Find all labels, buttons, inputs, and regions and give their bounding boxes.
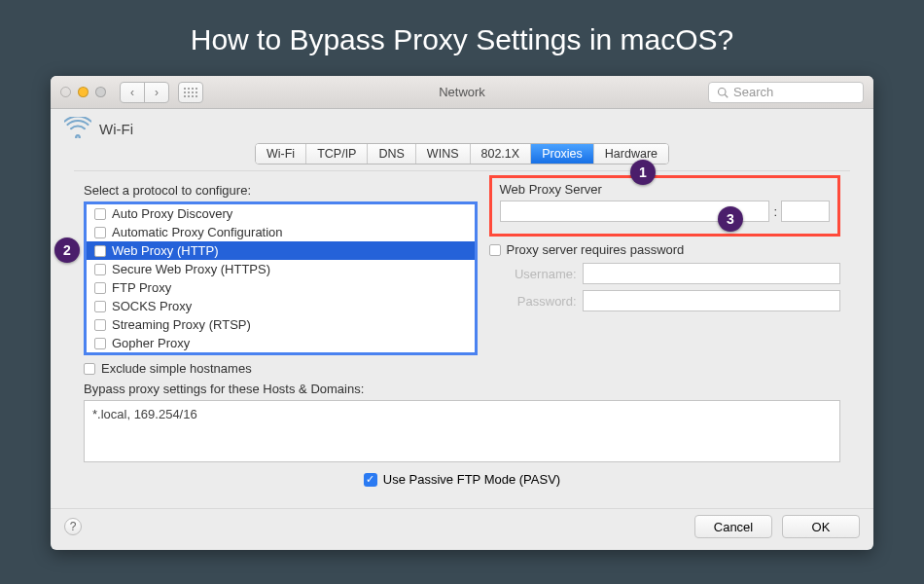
checkbox-icon[interactable] [94, 245, 106, 257]
checkbox-icon[interactable] [94, 208, 106, 220]
traffic-lights [60, 87, 106, 97]
tab-tcpip[interactable]: TCP/IP [306, 144, 368, 164]
chevron-left-icon: ‹ [130, 86, 134, 99]
proxy-port-input[interactable] [781, 201, 830, 222]
nav-back-forward: ‹ › [120, 82, 169, 103]
list-item-label: Auto Proxy Discovery [112, 206, 232, 221]
username-input[interactable] [583, 263, 840, 284]
chevron-right-icon: › [155, 86, 159, 99]
forward-button[interactable]: › [144, 82, 169, 103]
wifi-icon [64, 117, 91, 141]
zoom-icon[interactable] [95, 87, 106, 97]
exclude-simple-label: Exclude simple hostnames [101, 361, 252, 376]
grid-icon [184, 88, 197, 97]
tab-proxies[interactable]: Proxies [531, 144, 594, 164]
minimize-icon[interactable] [78, 87, 89, 97]
list-item-label: Secure Web Proxy (HTTPS) [112, 262, 270, 276]
protocol-gopher-proxy[interactable]: Gopher Proxy [87, 334, 475, 352]
annotation-2: 2 [54, 237, 80, 263]
tab-wifi[interactable]: Wi-Fi [256, 144, 306, 164]
ok-button[interactable]: OK [782, 515, 860, 538]
pasv-label: Use Passive FTP Mode (PASV) [383, 472, 560, 487]
dialog-footer: ? Cancel OK [51, 508, 873, 550]
annotation-1: 1 [630, 160, 656, 185]
window-content: 1 2 3 Wi-Fi Wi-Fi TCP/IP DNS WINS 802.1X… [51, 109, 873, 508]
help-icon: ? [70, 520, 77, 533]
requires-password-label: Proxy server requires password [507, 242, 685, 257]
bypass-textarea[interactable]: *.local, 169.254/16 [84, 400, 840, 462]
server-settings-frame: Web Proxy Server : [489, 175, 840, 237]
tab-hardware[interactable]: Hardware [594, 144, 668, 164]
apps-grid [179, 82, 203, 103]
checkbox-icon[interactable] [94, 282, 106, 294]
checkbox-icon[interactable] [94, 301, 106, 312]
password-input[interactable] [583, 290, 840, 311]
protocol-auto-config[interactable]: Automatic Proxy Configuration [87, 223, 475, 241]
password-label: Password: [489, 294, 577, 309]
check-icon: ✓ [366, 473, 374, 486]
server-section-label: Web Proxy Server [500, 182, 830, 197]
help-button[interactable]: ? [64, 518, 82, 535]
checkbox-icon[interactable] [94, 319, 106, 331]
interface-name: Wi-Fi [99, 121, 133, 137]
exclude-simple-checkbox[interactable] [84, 363, 95, 375]
tab-bar: Wi-Fi TCP/IP DNS WINS 802.1X Proxies Har… [255, 143, 669, 164]
search-input[interactable]: Search [708, 82, 864, 103]
username-label: Username: [489, 267, 577, 281]
protocol-auto-discovery[interactable]: Auto Proxy Discovery [87, 204, 475, 223]
list-item-label: Gopher Proxy [112, 336, 190, 350]
titlebar: ‹ › Network Search [51, 76, 873, 109]
svg-line-1 [725, 94, 728, 97]
protocol-select-label: Select a protocol to configure: [84, 183, 478, 198]
list-item-label: FTP Proxy [112, 280, 171, 295]
pasv-checkbox[interactable]: ✓ [364, 473, 377, 487]
list-item-label: SOCKS Proxy [112, 299, 192, 313]
host-port-separator: : [773, 204, 777, 219]
preferences-window: ‹ › Network Search 1 2 3 Wi-Fi Wi-Fi TCP [51, 76, 873, 550]
protocol-web-proxy-http[interactable]: Web Proxy (HTTP) [87, 241, 475, 260]
list-item-label: Automatic Proxy Configuration [112, 225, 283, 239]
back-button[interactable]: ‹ [120, 82, 145, 103]
svg-point-0 [719, 88, 727, 95]
interface-header: Wi-Fi [64, 117, 860, 141]
close-icon[interactable] [60, 87, 71, 97]
tab-wins[interactable]: WINS [416, 144, 471, 164]
protocol-streaming-proxy[interactable]: Streaming Proxy (RTSP) [87, 315, 475, 334]
cancel-button[interactable]: Cancel [694, 515, 772, 538]
search-icon [717, 87, 729, 98]
protocol-list: Auto Proxy Discovery Automatic Proxy Con… [84, 201, 478, 355]
search-placeholder: Search [733, 85, 773, 99]
protocol-socks-proxy[interactable]: SOCKS Proxy [87, 297, 475, 315]
annotation-3: 3 [718, 206, 743, 232]
tab-8021x[interactable]: 802.1X [471, 144, 532, 164]
show-all-button[interactable] [178, 82, 203, 103]
tab-dns[interactable]: DNS [368, 144, 415, 164]
list-item-label: Streaming Proxy (RTSP) [112, 317, 251, 332]
checkbox-icon[interactable] [94, 264, 106, 275]
checkbox-icon[interactable] [94, 227, 106, 238]
protocol-ftp-proxy[interactable]: FTP Proxy [87, 278, 475, 297]
bypass-label: Bypass proxy settings for these Hosts & … [84, 382, 840, 396]
checkbox-icon[interactable] [94, 338, 106, 349]
protocol-secure-web-proxy[interactable]: Secure Web Proxy (HTTPS) [87, 260, 475, 278]
page-title: How to Bypass Proxy Settings in macOS? [0, 0, 924, 76]
list-item-label: Web Proxy (HTTP) [112, 243, 219, 258]
requires-password-checkbox[interactable] [489, 244, 501, 256]
